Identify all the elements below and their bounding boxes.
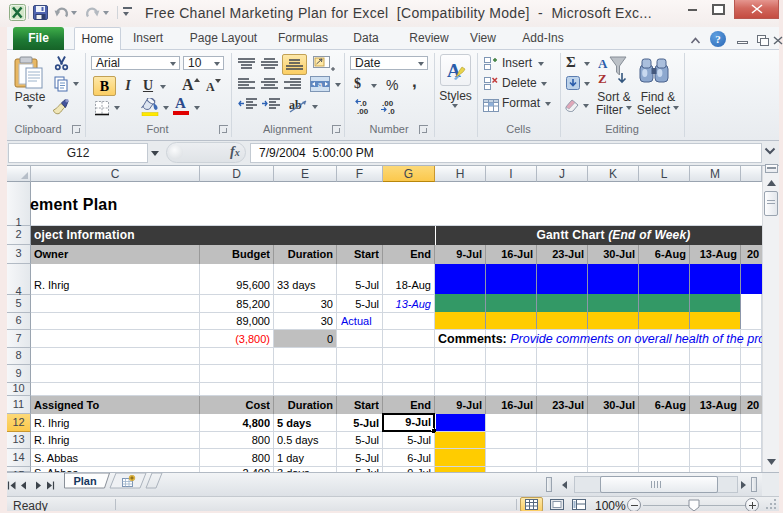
svg-text:a: a [318,80,323,89]
svg-text:A: A [447,60,461,81]
svg-text:.0: .0 [388,107,395,115]
svg-text:Z: Z [598,71,607,86]
svg-text:A: A [598,56,608,71]
svg-text:.00: .00 [357,107,369,115]
